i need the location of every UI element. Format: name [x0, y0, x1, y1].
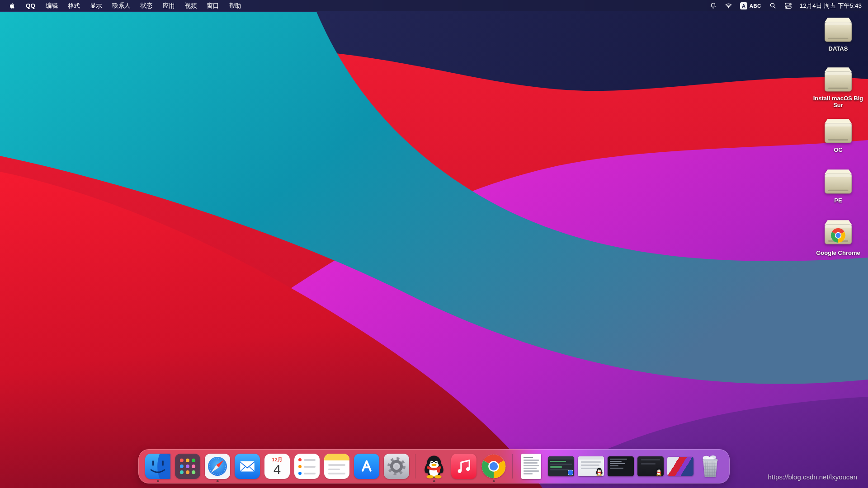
desktop-icon-pe[interactable]: PE: [810, 169, 867, 204]
menu-item-apps[interactable]: 应用: [158, 2, 180, 10]
input-source-switcher[interactable]: A ABC: [740, 2, 761, 9]
menu-item-edit[interactable]: 编辑: [41, 2, 63, 10]
input-source-icon: A: [740, 2, 747, 9]
menu-bar: QQ 编辑 格式 显示 联系人 状态 应用 视频 窗口 帮助 A ABC: [0, 0, 868, 11]
dock-minimized-qq-window-light[interactable]: [577, 453, 604, 480]
menu-item-help[interactable]: 帮助: [224, 2, 246, 10]
document-thumbnail: [521, 454, 541, 479]
menu-item-contacts[interactable]: 联系人: [107, 2, 136, 10]
qq-penguin-icon: [421, 454, 447, 479]
running-indicator: [433, 480, 435, 483]
dock-separator: [512, 454, 513, 479]
reminders-icon: [294, 454, 320, 479]
qq-badge-icon: [595, 467, 604, 476]
running-indicator: [157, 480, 159, 483]
notification-bell-icon[interactable]: [709, 2, 717, 9]
csdn-watermark: https://blog.csdn.net/lxyoucan: [768, 473, 857, 481]
dock-item-trash[interactable]: [697, 453, 724, 480]
dock-item-system-preferences[interactable]: [383, 453, 410, 480]
dock-item-app-store[interactable]: [353, 453, 380, 480]
dock: 12月 4: [138, 449, 730, 483]
menu-item-format[interactable]: 格式: [63, 2, 85, 10]
menu-bar-clock[interactable]: 12月4日 周五 下午5:43: [800, 2, 862, 10]
menu-item-view[interactable]: 显示: [85, 2, 107, 10]
safari-icon: [205, 454, 230, 479]
dock-item-reminders[interactable]: [293, 453, 321, 480]
dark-window-thumbnail: [637, 456, 664, 476]
dock-minimized-dark-file-window[interactable]: [547, 453, 575, 480]
desktop-icon-install-macos-big-sur[interactable]: Install macOS Big Sur: [810, 66, 867, 109]
desktop-icon-label: Google Chrome: [816, 249, 860, 256]
apple-menu[interactable]: [5, 2, 20, 9]
external-drive-icon: [822, 17, 854, 44]
dock-item-mail[interactable]: [234, 453, 261, 480]
app-store-icon: [354, 454, 379, 479]
desktop-icon-label: OC: [834, 146, 843, 153]
chrome-logo-icon: [830, 228, 846, 243]
calendar-icon: 12月 4: [264, 454, 290, 479]
dock-separator: [415, 454, 415, 479]
chrome-icon: [481, 454, 506, 479]
trash-full-icon: [698, 454, 723, 479]
desktop-wallpaper: [0, 0, 868, 488]
dock-item-safari[interactable]: [204, 453, 231, 480]
finder-icon: [145, 454, 170, 479]
dock-item-chrome[interactable]: [480, 453, 507, 480]
light-window-thumbnail: [578, 456, 604, 476]
menu-item-window[interactable]: 窗口: [202, 2, 224, 10]
apple-icon: [9, 2, 16, 9]
launchpad-icon: [175, 454, 200, 479]
desktop-icon-label: DATAS: [829, 45, 848, 52]
desktop-icon-label: PE: [834, 197, 842, 204]
dock-minimized-terminal[interactable]: [607, 453, 634, 480]
image-thumbnail: [667, 457, 693, 476]
menu-item-video[interactable]: 视频: [180, 2, 202, 10]
dock-item-launchpad[interactable]: [174, 453, 201, 480]
running-indicator: [217, 480, 219, 483]
app-badge: [568, 470, 573, 475]
calendar-day: 4: [274, 463, 281, 477]
dock-item-music[interactable]: [450, 453, 477, 480]
running-indicator: [493, 480, 495, 483]
mail-icon: [235, 454, 260, 479]
external-drive-icon: [822, 66, 854, 94]
desktop-icon-oc[interactable]: OC: [810, 118, 867, 153]
external-drive-icon: [822, 169, 854, 196]
terminal-thumbnail: [608, 456, 634, 476]
spotlight-search-icon[interactable]: [769, 2, 777, 9]
dark-window-thumbnail: [548, 456, 574, 476]
input-source-label: ABC: [750, 3, 761, 9]
dock-item-calendar[interactable]: 12月 4: [264, 453, 291, 480]
dock-minimized-image-window[interactable]: [667, 453, 694, 480]
dock-item-qq[interactable]: [420, 453, 448, 480]
desktop-icon-label: Install macOS Big Sur: [810, 95, 867, 109]
qq-badge-icon: [655, 467, 663, 476]
dock-minimized-document[interactable]: [518, 453, 545, 480]
drive-with-chrome: [822, 219, 854, 248]
wifi-icon[interactable]: [725, 2, 732, 9]
dock-item-finder[interactable]: [144, 453, 171, 480]
desktop-icon-datas[interactable]: DATAS: [810, 17, 867, 52]
app-menu-qq[interactable]: QQ: [20, 2, 41, 9]
menu-item-status[interactable]: 状态: [136, 2, 158, 10]
dock-item-notes[interactable]: [323, 453, 350, 480]
external-drive-icon: [822, 118, 854, 145]
dock-minimized-qq-window-dark[interactable]: [637, 453, 664, 480]
desktop-icon-google-chrome[interactable]: Google Chrome: [810, 219, 867, 256]
music-icon: [451, 454, 476, 479]
gear-icon: [384, 454, 409, 479]
notes-icon: [324, 454, 349, 479]
control-center-icon[interactable]: [784, 2, 792, 9]
